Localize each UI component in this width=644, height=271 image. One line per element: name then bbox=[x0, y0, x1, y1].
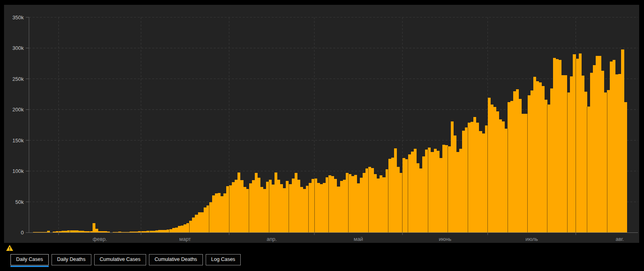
warning-triangle-icon bbox=[6, 244, 13, 252]
svg-text:февр.: февр. bbox=[93, 236, 107, 242]
svg-text:апр.: апр. bbox=[267, 236, 277, 242]
svg-text:150k: 150k bbox=[12, 138, 24, 144]
footer-bar: Daily Cases Daily Deaths Cumulative Case… bbox=[0, 243, 644, 271]
svg-text:июнь: июнь bbox=[439, 236, 451, 242]
tab-cumulative-cases[interactable]: Cumulative Cases bbox=[94, 254, 146, 265]
svg-text:250k: 250k bbox=[12, 76, 24, 82]
svg-text:май: май bbox=[354, 236, 363, 242]
daily-cases-chart: 050k100k150k200k250k300k350kфевр.мартапр… bbox=[0, 0, 644, 271]
svg-text:200k: 200k bbox=[12, 107, 24, 113]
svg-text:100k: 100k bbox=[12, 168, 24, 174]
tab-daily-cases[interactable]: Daily Cases bbox=[10, 254, 49, 265]
svg-text:0: 0 bbox=[21, 230, 24, 236]
warning-icon[interactable] bbox=[6, 244, 13, 252]
svg-text:июль: июль bbox=[526, 236, 538, 242]
tab-cumulative-deaths[interactable]: Cumulative Deaths bbox=[149, 254, 203, 265]
svg-text:50k: 50k bbox=[15, 199, 24, 205]
covid-dashboard-page: { "colors": { "background": "#000000", "… bbox=[0, 0, 644, 271]
tab-bar: Daily Cases Daily Deaths Cumulative Case… bbox=[10, 254, 241, 265]
tab-log-cases[interactable]: Log Cases bbox=[206, 254, 241, 265]
svg-text:350k: 350k bbox=[12, 14, 24, 21]
tab-daily-deaths[interactable]: Daily Deaths bbox=[52, 254, 91, 265]
svg-text:300k: 300k bbox=[12, 45, 24, 51]
svg-text:авг.: авг. bbox=[615, 236, 624, 242]
svg-text:март: март bbox=[179, 236, 191, 242]
